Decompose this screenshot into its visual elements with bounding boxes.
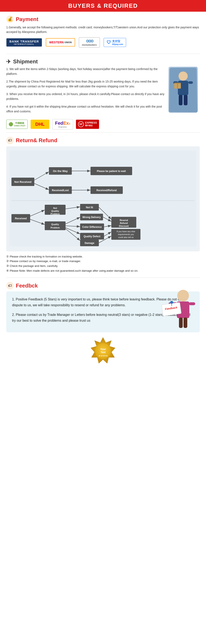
mb-circles: ⊙⊙⊙ <box>86 39 93 43</box>
western-union-label: UNION <box>64 41 72 44</box>
refund-notes: ① Please check the tracking in formation… <box>6 254 200 274</box>
alipay-en: Alipay.com <box>112 43 123 46</box>
sf-circle: SF <box>78 121 84 127</box>
feedback-person-svg: Feedback <box>156 285 198 331</box>
feedback-icon: 🏷 <box>6 282 14 289</box>
svg-text:★★★★★: ★★★★★ <box>99 355 108 357</box>
node-received: Received <box>15 217 27 220</box>
refund-note-4: ④ Please Note: Men made defects are not … <box>6 268 200 273</box>
svg-text:Not: Not <box>53 207 57 209</box>
page-header: BUYERS & REQUIRED <box>0 0 206 12</box>
shipment-heading: Shipment <box>13 58 38 65</box>
bank-sublabel: INTERNATIONAL <box>14 43 35 45</box>
node-color-diff: Color Difference <box>82 226 102 228</box>
fedex-dot: ® <box>69 123 70 125</box>
fedex-fe: Fed <box>55 120 63 126</box>
person-svg <box>170 68 197 112</box>
svg-text:Text: Text <box>101 351 106 354</box>
node-damage: Damage <box>85 242 95 244</box>
western-label: WESTERN <box>49 41 64 44</box>
chinapost-flag: 🟢 <box>8 122 13 126</box>
alipay-label: 支付宝 Alipay.com <box>112 40 123 46</box>
shipping-logos: 🟢 中国邮政 CHINA POST DHL FedEx® Express SF … <box>6 119 200 130</box>
fedex-ex: Ex <box>63 120 69 126</box>
node-not-fit: Not fit <box>86 206 93 209</box>
svg-text:Quality: Quality <box>51 223 59 226</box>
svg-text:If you have any else: If you have any else <box>117 230 135 233</box>
refund-icon: 🏷 <box>6 137 14 144</box>
svg-rect-4 <box>188 81 193 84</box>
node-quality-defect: Quality Defect <box>84 235 101 238</box>
sf-zh: 顺丰速运 <box>85 124 93 127</box>
shipment-icon: ✈ <box>6 58 11 65</box>
refund-note-2: ② Please contact us by meesage, e-mail, … <box>6 259 200 264</box>
payment-heading: Payment <box>16 16 38 22</box>
feedback-heading: Feedbck <box>16 282 38 289</box>
svg-text:Your: Your <box>100 348 106 351</box>
payment-section-title: 💰 Payment <box>6 16 200 23</box>
dhl-label: DHL <box>35 122 45 127</box>
node-not-received: Not Received <box>14 180 31 184</box>
refund-diagram: Not Received On the Way Please be patien… <box>6 146 200 252</box>
refund-section: 🏷 Return& Refund Not Received On the Way <box>0 135 206 276</box>
shipment-para-4: 4. If you have not got it within the shi… <box>6 104 166 114</box>
svg-text:Refund: Refund <box>120 222 128 224</box>
logo-china-post: 🟢 中国邮政 CHINA POST <box>6 120 28 129</box>
logo-sf-express: SF EXPRESS 顺丰速运 <box>76 120 99 129</box>
sf-labels: EXPRESS 顺丰速运 <box>85 121 97 127</box>
logo-fedex: FedEx® Express <box>52 119 73 130</box>
payment-section: 💰 Payment 1.Generally, we accept the fol… <box>0 12 206 52</box>
page-title: BUYERS & REQUIRED <box>0 2 206 9</box>
logo-moneybookers: ⊙⊙⊙ moneybookers <box>79 37 100 48</box>
alipay-zh: 支付宝 <box>112 40 123 43</box>
shipment-para-1: 1. We will sent the items within 2-5days… <box>6 67 166 76</box>
svg-rect-60 <box>179 318 183 328</box>
payment-description: 1.Generally, we accept the following pay… <box>6 25 200 34</box>
refund-heading: Return& Refund <box>16 137 57 144</box>
payment-icon: 💰 <box>6 16 14 23</box>
svg-text:Discount: Discount <box>119 225 129 227</box>
feedback-image-overlay: Feedback <box>156 285 198 327</box>
chinapost-labels: 中国邮政 CHINA POST <box>14 122 25 127</box>
svg-text:could also tell us: could also tell us <box>118 236 134 238</box>
svg-point-1 <box>179 72 188 81</box>
feedback-content-wrapper: Feedback 1. Positive Feedback (5 Stars) … <box>6 292 200 332</box>
svg-point-63 <box>170 301 173 304</box>
svg-rect-6 <box>184 95 188 105</box>
shipment-para-2: 2.The shipment by China Post Registered … <box>6 79 166 89</box>
gold-badge-svg: Your Text ★★★★★ <box>89 336 117 366</box>
logo-western-union: WESTERN UNION <box>46 38 75 46</box>
fedex-express-label: Express <box>58 126 67 128</box>
logo-bank-transfer: BANK TRANSFER INTERNATIONAL <box>6 38 42 47</box>
logo-dhl: DHL <box>31 120 49 129</box>
shipment-para-3: 3. When you receive the items you ordere… <box>6 92 166 101</box>
svg-rect-11 <box>9 150 197 246</box>
logo-alipay: 🛡 支付宝 Alipay.com <box>104 38 126 47</box>
fedex-text: FedEx® <box>55 120 70 126</box>
shipment-content: 1. We will sent the items within 2-5days… <box>0 67 206 117</box>
shipment-image <box>166 67 200 117</box>
shipment-text: 1. We will sent the items within 2-5days… <box>6 67 166 117</box>
chinapost-en: CHINA POST <box>14 125 25 127</box>
refund-flowchart-svg: Not Received On the Way Please be patien… <box>8 150 198 246</box>
sf-en: EXPRESS <box>85 121 97 124</box>
refund-section-title: 🏷 Return& Refund <box>6 137 200 144</box>
chinapost-zh: 中国邮政 <box>15 122 24 125</box>
svg-rect-5 <box>179 95 183 105</box>
node-on-the-way: On the Way <box>53 170 68 172</box>
svg-text:Problem: Problem <box>51 226 60 229</box>
refund-note-1: ① Please check the tracking in formation… <box>6 254 200 259</box>
node-please-wait: Please be patient to wait <box>97 170 126 172</box>
mb-label: moneybookers <box>82 44 97 46</box>
node-wrong-delivery: Wrong Delivery <box>82 216 101 219</box>
svg-text:Resend: Resend <box>120 219 128 222</box>
bank-label: BANK TRANSFER <box>9 40 39 43</box>
payment-logos: BANK TRANSFER INTERNATIONAL WESTERN UNIO… <box>6 37 200 48</box>
svg-text:requirements you: requirements you <box>118 233 134 236</box>
svg-point-56 <box>177 290 189 302</box>
gold-badge-wrapper: Your Text ★★★★★ <box>89 336 117 366</box>
bottom-badge-area: Your Text ★★★★★ <box>0 332 206 373</box>
svg-rect-59 <box>189 302 195 305</box>
feedback-section: 🏷 Feedbck Fe <box>0 280 206 332</box>
svg-text:Quality: Quality <box>51 210 59 212</box>
